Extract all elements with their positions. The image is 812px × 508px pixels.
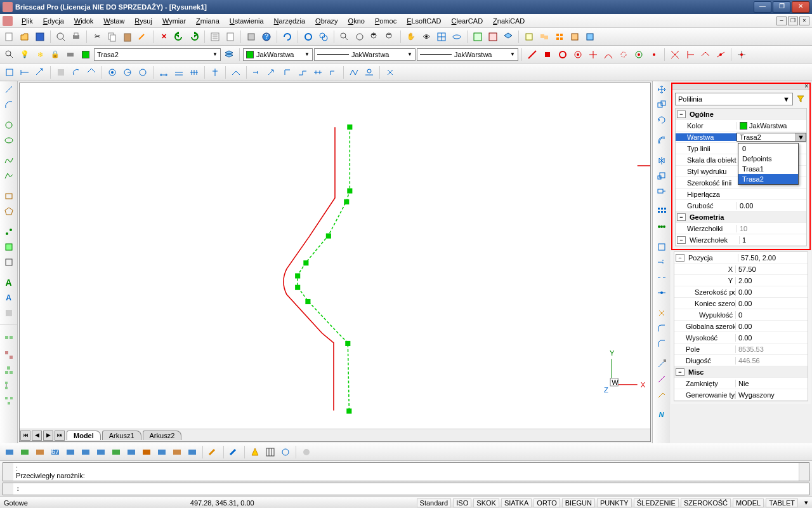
prop-globalw[interactable]: 0.00 [735, 323, 808, 330]
preview-icon[interactable] [54, 30, 68, 44]
tree2-icon[interactable] [2, 348, 16, 362]
snap14-icon[interactable] [735, 48, 749, 62]
prop-color[interactable]: JakWarstwa [737, 122, 806, 130]
mod19-icon[interactable] [362, 65, 376, 79]
menu-wymiar[interactable]: Wymiar [157, 16, 191, 26]
dim2-icon[interactable] [18, 65, 32, 79]
menu-ustawienia[interactable]: Ustawienia [225, 16, 269, 26]
mod7-icon[interactable] [157, 65, 171, 79]
mod6-icon[interactable] [136, 65, 150, 79]
snap4-icon[interactable] [571, 48, 585, 62]
menu-rysuj[interactable]: Rysuj [129, 16, 157, 26]
color-combo[interactable]: JakWarstwa ▼ [243, 48, 313, 61]
copy-icon[interactable] [105, 30, 119, 44]
mtext-icon[interactable]: A [2, 291, 16, 305]
tab-prev[interactable]: ◀ [32, 431, 42, 441]
match-icon[interactable] [136, 30, 150, 44]
polyline-icon[interactable] [2, 169, 16, 183]
move-icon[interactable] [655, 83, 669, 97]
status-śledzenie[interactable]: ŚLEDZENIE [634, 498, 679, 507]
rect-icon[interactable] [2, 189, 16, 203]
b9-icon[interactable] [124, 445, 138, 459]
scale-icon[interactable] [655, 169, 669, 183]
status-tablet[interactable]: TABLET [766, 498, 798, 507]
snap2-icon[interactable] [540, 48, 554, 62]
mod13-icon[interactable] [265, 65, 279, 79]
prop-thickness[interactable]: 0.00 [737, 202, 806, 210]
text-icon[interactable]: A [2, 276, 16, 290]
prop-ltgen[interactable]: Wygaszony [735, 391, 808, 399]
dropdown-option[interactable]: Defpoints [738, 154, 798, 164]
snap13-icon[interactable] [714, 48, 728, 62]
menu-edycja[interactable]: Edycja [38, 16, 69, 26]
b18-icon[interactable] [278, 445, 292, 459]
tab-first[interactable]: ⏮ [20, 431, 30, 441]
print-icon[interactable] [69, 30, 83, 44]
b6-icon[interactable] [79, 445, 93, 459]
render-icon[interactable] [486, 30, 500, 44]
snap5-icon[interactable] [586, 48, 600, 62]
hatch-icon[interactable] [471, 30, 485, 44]
prop-endw[interactable]: 0.00 [735, 300, 808, 307]
block1-icon[interactable] [522, 30, 536, 44]
dropdown-option[interactable]: 0 [738, 144, 798, 154]
trim-icon[interactable] [655, 240, 669, 254]
b2-icon[interactable] [18, 445, 32, 459]
new-icon[interactable] [3, 30, 16, 44]
prop-vertex-n[interactable]: 1 [739, 236, 806, 244]
offset-icon[interactable] [655, 133, 669, 147]
tab-next[interactable]: ▶ [43, 431, 53, 441]
panel-close-icon[interactable]: × [804, 83, 808, 90]
prop-layer[interactable]: Trasa2▼ [737, 133, 806, 142]
menu-pomoc[interactable]: Pomoc [370, 16, 402, 26]
zoom3-icon[interactable]: + [368, 30, 382, 44]
app-menu-icon[interactable] [3, 16, 13, 26]
b13-icon[interactable] [185, 445, 199, 459]
mod17-icon[interactable] [326, 65, 340, 79]
b7-icon[interactable] [94, 445, 108, 459]
block3-icon[interactable] [553, 30, 566, 44]
status-punkty[interactable]: PUNKTY [597, 498, 632, 507]
status-biegun[interactable]: BIEGUN [562, 498, 595, 507]
rotate-icon[interactable] [655, 113, 669, 127]
tab-model[interactable]: Model [67, 431, 101, 440]
layer-freeze-icon[interactable]: ❄ [33, 48, 47, 62]
mod1-icon[interactable] [54, 65, 68, 79]
maximize-button[interactable]: ❐ [773, 1, 790, 13]
undo-icon[interactable] [172, 30, 186, 44]
layer-manager-icon[interactable] [222, 48, 236, 62]
status-siatka[interactable]: SIATKA [501, 498, 532, 507]
extend-icon[interactable] [655, 255, 669, 269]
settings-icon[interactable] [244, 30, 258, 44]
copy2-icon[interactable] [655, 98, 669, 112]
status-orto[interactable]: ORTO [534, 498, 560, 507]
prop-position[interactable]: 57.50, 2.00 [738, 254, 808, 262]
menu-zmiana[interactable]: Zmiana [191, 16, 225, 26]
break-icon[interactable] [655, 271, 669, 284]
tab-arkusz1[interactable]: Arkusz1 [102, 431, 141, 440]
mod5-icon[interactable] [121, 65, 134, 79]
delete-icon[interactable]: ✕ [157, 30, 171, 44]
array-icon[interactable] [655, 204, 669, 218]
b19-icon[interactable] [299, 445, 313, 459]
circle-icon[interactable] [2, 118, 16, 132]
b4-icon[interactable]: 67 [48, 445, 62, 459]
menu-obrazy[interactable]: Obrazy [310, 16, 343, 26]
group-toggle-geom[interactable]: − [677, 213, 686, 221]
dim1-icon[interactable] [3, 65, 16, 79]
snap6-icon[interactable] [601, 48, 615, 62]
sheet-icon[interactable] [223, 30, 237, 44]
help-icon[interactable]: ? [259, 30, 273, 44]
menu-widok[interactable]: Widok [69, 16, 99, 26]
zoom1-icon[interactable] [337, 30, 351, 44]
orbit-icon[interactable] [450, 30, 464, 44]
menu-clearcad[interactable]: ClearCAD [447, 16, 488, 26]
pan-icon[interactable]: ✋ [404, 30, 418, 44]
point-icon[interactable] [2, 225, 16, 239]
attdef-icon[interactable] [2, 306, 16, 320]
canvas[interactable]: X Y Z W [20, 83, 650, 429]
snap7-icon[interactable] [617, 48, 631, 62]
snap8-icon[interactable] [632, 48, 646, 62]
b10-icon[interactable] [140, 445, 154, 459]
ellipse-icon[interactable] [2, 133, 16, 147]
